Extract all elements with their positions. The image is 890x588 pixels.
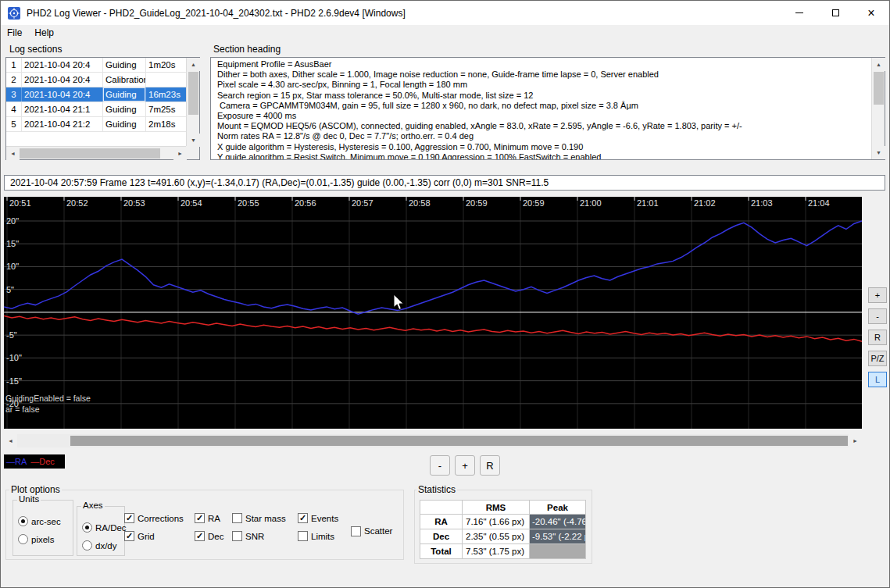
chart-button-r[interactable]: R: [480, 455, 500, 476]
section-heading-line: Norm rates RA = 12.8"/s @ dec 0, Dec = 7…: [217, 131, 870, 141]
radio-icon-pixels[interactable]: [18, 534, 28, 544]
units-options: arc-secpixels: [13, 501, 73, 544]
log-cell-dur[interactable]: [146, 73, 187, 87]
log-cell-date[interactable]: 2021-10-04 20:4: [22, 58, 103, 72]
log-section-row[interactable]: 32021-10-04 20:4Guiding16m23s: [6, 87, 187, 102]
chart-button-x[interactable]: -: [430, 455, 450, 476]
log-cell-num[interactable]: 4: [6, 102, 22, 116]
scroll-down-button[interactable]: ▼: [872, 146, 885, 159]
scroll-up-button[interactable]: ▲: [872, 58, 885, 71]
scrollbar-thumb[interactable]: [874, 72, 884, 105]
checkbox-icon-corrections[interactable]: ✓: [124, 513, 134, 523]
radio-icon-ra-dec[interactable]: [82, 522, 92, 533]
radio-dx-dy[interactable]: dx/dy: [82, 540, 124, 551]
frame-status-bar: 2021-10-04 20:57:59 Frame 123 t=491.60 (…: [4, 175, 885, 191]
checkbox-scatter[interactable]: Scatter: [351, 526, 392, 537]
checkbox-limits[interactable]: Limits: [298, 530, 338, 542]
radio-arc-sec[interactable]: arc-sec: [18, 516, 73, 526]
log-cell-type[interactable]: Calibration: [103, 73, 146, 87]
log-vertical-scrollbar[interactable]: ▲ ▼: [186, 58, 199, 147]
log-cell-type[interactable]: Guiding: [103, 87, 146, 102]
scroll-up-button[interactable]: ▲: [187, 58, 200, 71]
checkbox-icon-dec[interactable]: ✓: [195, 531, 205, 541]
stats-header-row: RMSPeak: [420, 500, 586, 515]
log-cell-date[interactable]: 2021-10-04 21:1: [22, 102, 103, 116]
log-cell-dur[interactable]: 16m23s: [146, 87, 187, 102]
close-icon: ×: [867, 7, 874, 20]
x-tick-label: 20:52: [66, 198, 88, 208]
chart-side-button-r[interactable]: R: [868, 330, 887, 345]
radio-pixels[interactable]: pixels: [18, 534, 73, 544]
section-heading-panel[interactable]: Equipment Profile = AsusBaerDither = bot…: [210, 57, 885, 160]
log-cell-num[interactable]: 2: [6, 73, 22, 87]
chart-side-button-l[interactable]: L: [868, 372, 887, 387]
log-cell-date[interactable]: 2021-10-04 20:4: [22, 73, 103, 87]
checkbox-ra[interactable]: ✓RA: [195, 512, 223, 524]
stats-row-total: Total7.53" (1.75 px): [420, 544, 586, 559]
x-tick-label: 20:53: [123, 198, 145, 208]
maximize-button[interactable]: [817, 1, 853, 25]
guide-chart[interactable]: 20:5120:5220:5320:5420:5520:5620:5720:58…: [4, 197, 862, 429]
scroll-up-icon: ▲: [876, 62, 881, 67]
menu-item-help[interactable]: Help: [28, 25, 60, 41]
log-section-row[interactable]: 12021-10-04 20:4Guiding1m20s: [6, 58, 187, 73]
checkbox-icon-grid[interactable]: ✓: [124, 531, 134, 541]
log-cell-dur[interactable]: 1m20s: [146, 58, 187, 72]
checkbox-icon-events[interactable]: ✓: [298, 513, 308, 523]
radio-ra-dec[interactable]: RA/Dec: [82, 522, 124, 533]
scrollbar-thumb[interactable]: [20, 148, 160, 159]
minimize-button[interactable]: [781, 1, 817, 25]
checkbox-icon-scatter[interactable]: [351, 526, 361, 536]
checkbox-corrections[interactable]: ✓Corrections: [124, 512, 184, 524]
y-tick-label: 5": [6, 285, 14, 294]
log-section-row[interactable]: 22021-10-04 20:4Calibration: [6, 73, 187, 87]
checkbox-icon-snr[interactable]: [232, 531, 242, 541]
log-cell-num[interactable]: 1: [6, 58, 22, 72]
log-cell-num[interactable]: 3: [6, 87, 22, 102]
statistics-table: RMSPeakRA7.16" (1.66 px)-20.46" (-4.76De…: [420, 500, 586, 559]
axes-label: Axes: [81, 501, 105, 510]
log-section-row[interactable]: 42021-10-04 21:1Guiding7m25s: [6, 102, 187, 117]
checkbox-dec[interactable]: ✓Dec: [195, 530, 223, 542]
statistics-label: Statistics: [416, 484, 457, 495]
chart-horizontal-scrollbar[interactable]: ◄ ►: [4, 434, 862, 447]
plot-options-label: Plot options: [9, 484, 62, 495]
log-cell-type[interactable]: Guiding: [103, 117, 146, 131]
chart-side-button-p-z[interactable]: P/Z: [868, 351, 887, 366]
chart-side-button-x[interactable]: +: [868, 287, 887, 303]
checkbox-label-grid: Grid: [138, 532, 155, 541]
scroll-right-button[interactable]: ►: [173, 147, 187, 160]
scroll-down-button[interactable]: ▼: [187, 134, 200, 147]
checkbox-snr[interactable]: SNR: [232, 530, 286, 542]
close-button[interactable]: ×: [853, 1, 889, 25]
log-cell-type[interactable]: Guiding: [103, 58, 146, 72]
checkbox-icon-ra[interactable]: ✓: [195, 513, 205, 523]
scrollbar-thumb[interactable]: [188, 72, 198, 115]
chart-legend: —RA—Dec: [4, 454, 65, 469]
chart-side-button-x[interactable]: -: [868, 308, 887, 324]
log-cell-dur[interactable]: 2m18s: [146, 117, 187, 131]
axes-group: Axes RA/Decdx/dy: [77, 506, 125, 556]
log-cell-date[interactable]: 2021-10-04 20:4: [22, 87, 103, 102]
x-tick-label: 20:59: [523, 198, 545, 208]
checkbox-grid[interactable]: ✓Grid: [124, 530, 184, 542]
log-section-row[interactable]: 52021-10-04 21:2Guiding2m18s: [6, 117, 187, 132]
log-cell-dur[interactable]: 7m25s: [146, 102, 187, 116]
scrollbar-thumb[interactable]: [70, 436, 848, 446]
scroll-left-button[interactable]: ◄: [4, 434, 17, 447]
log-cell-type[interactable]: Guiding: [103, 102, 146, 116]
log-horizontal-scrollbar[interactable]: ◄ ►: [6, 146, 187, 159]
menu-item-file[interactable]: File: [1, 25, 28, 41]
radio-icon-dx-dy[interactable]: [82, 540, 92, 551]
checkbox-events[interactable]: ✓Events: [298, 512, 338, 524]
log-cell-num[interactable]: 5: [6, 117, 22, 131]
radio-icon-arc-sec[interactable]: [18, 516, 28, 526]
checkbox-star-mass[interactable]: Star mass: [232, 512, 286, 524]
log-cell-date[interactable]: 2021-10-04 21:2: [22, 117, 103, 131]
scroll-left-button[interactable]: ◄: [6, 147, 20, 160]
checkbox-icon-limits[interactable]: [298, 531, 308, 541]
scroll-right-button[interactable]: ►: [849, 434, 862, 447]
section-vertical-scrollbar[interactable]: ▲ ▼: [871, 58, 885, 159]
chart-button-x[interactable]: +: [455, 455, 475, 476]
checkbox-icon-star-mass[interactable]: [232, 513, 242, 523]
